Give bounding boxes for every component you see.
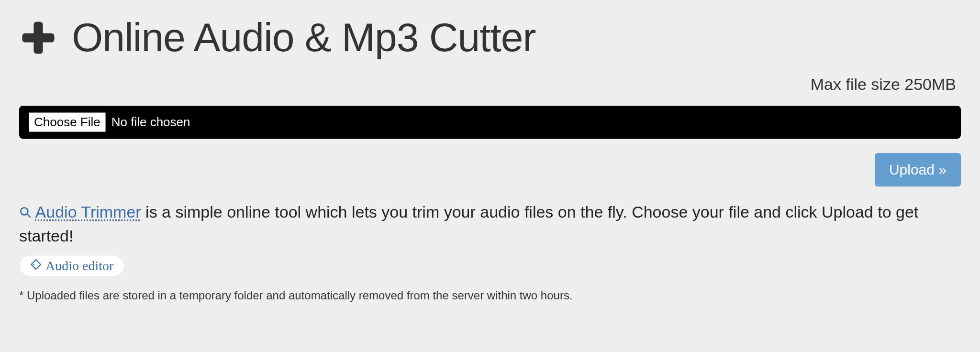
upload-row: Upload » xyxy=(19,153,961,187)
page-title-row: Online Audio & Mp3 Cutter xyxy=(19,14,961,61)
audio-trimmer-link[interactable]: Audio Trimmer xyxy=(35,203,141,221)
choose-file-button[interactable]: Choose File xyxy=(29,112,106,132)
footnote-text: * Uploaded files are stored in a tempora… xyxy=(19,289,961,302)
file-input-bar[interactable]: Choose File No file chosen xyxy=(19,106,961,139)
svg-line-3 xyxy=(27,214,31,218)
svg-point-4 xyxy=(33,264,34,265)
description-body: is a simple online tool which lets you t… xyxy=(19,203,918,245)
audio-editor-tag[interactable]: Audio editor xyxy=(19,255,124,277)
page-title: Online Audio & Mp3 Cutter xyxy=(72,14,536,61)
file-status-text: No file chosen xyxy=(111,115,190,130)
search-icon xyxy=(19,202,32,225)
max-file-size: Max file size 250MB xyxy=(19,75,961,94)
tag-icon xyxy=(30,258,42,274)
upload-button[interactable]: Upload » xyxy=(875,153,961,187)
description-text: Audio Trimmer is a simple online tool wh… xyxy=(19,201,961,247)
svg-rect-1 xyxy=(22,33,54,42)
tag-label: Audio editor xyxy=(45,258,113,274)
svg-point-2 xyxy=(21,208,28,215)
plus-icon xyxy=(19,19,57,57)
